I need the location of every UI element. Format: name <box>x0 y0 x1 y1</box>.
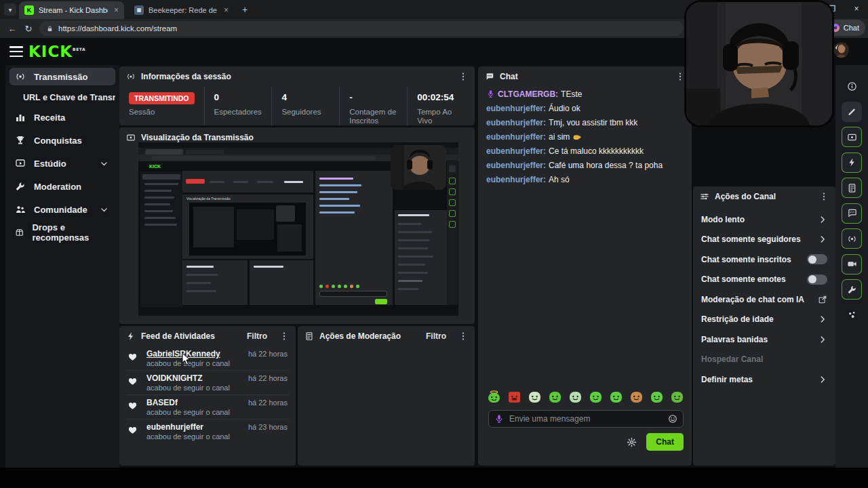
chat-message: eubenhurjeffer:Ah só <box>486 172 684 186</box>
new-tab-button[interactable]: + <box>239 3 251 16</box>
tab-close-icon[interactable]: × <box>224 5 229 15</box>
channel-action-restri-o-de-idade[interactable]: Restrição de idade <box>693 310 835 330</box>
chat-username[interactable]: eubenhurjeffer: <box>486 146 546 156</box>
monkey-emote[interactable] <box>630 390 643 403</box>
menu-icon[interactable] <box>9 46 23 57</box>
activity-action: acabou de seguir o canal <box>146 432 230 441</box>
address-bar[interactable]: https://dashboard.kick.com/stream <box>39 21 684 36</box>
session-stat: 4Seguidores <box>271 87 339 125</box>
kick-logo[interactable]: KICKBETA <box>28 43 85 60</box>
browser-tab[interactable]: ▣Beekeeper: Rede de Vingança (Du× <box>129 1 234 19</box>
rail-info-button[interactable] <box>842 76 862 96</box>
refresh-button[interactable]: ↻ <box>22 22 35 35</box>
moderation-filter-button[interactable]: Filtro <box>426 331 446 341</box>
sidebar-item-moderation[interactable]: Moderation <box>9 178 115 195</box>
chat-send-button[interactable]: Chat <box>646 433 684 451</box>
close-window-button[interactable]: × <box>849 3 864 15</box>
doc-icon <box>847 183 857 193</box>
channel-action-chat-somente-seguidores[interactable]: Chat somente seguidores <box>693 230 835 250</box>
rail-wrench-button[interactable] <box>842 279 862 300</box>
activity-username[interactable]: eubenhurjeffer <box>146 422 203 432</box>
sliders-icon <box>700 192 709 201</box>
channel-action-palavras-banidas[interactable]: Palavras banidas <box>693 329 835 350</box>
sidebar-item-label: Conquistas <box>34 136 82 146</box>
screen: ▾ KStream - Kick Dashboard×▣Beekeeper: R… <box>0 0 868 488</box>
laugh-blob-emote[interactable] <box>650 390 663 403</box>
chat-username[interactable]: eubenhurjeffer: <box>486 161 546 170</box>
rail-broadcast-button[interactable] <box>842 228 862 249</box>
activity-item[interactable]: GabrielSRKennedyacabou de seguir o canal… <box>126 346 289 371</box>
mic-badge-icon <box>486 89 495 98</box>
moderation-panel-title: Ações de Moderação <box>319 331 401 341</box>
channel-actions-title: Ações do Canal <box>715 192 776 201</box>
stat-label: Contagem de Inscritos <box>349 108 397 125</box>
channel-action-modera-o-de-chat-com-ia[interactable]: Moderação de chat com IA <box>693 289 835 310</box>
activity-item[interactable]: eubenhurjefferacabou de seguir o canalhá… <box>126 420 289 444</box>
activity-item[interactable]: BASEDfacabou de seguir o canalhá 22 hora… <box>126 395 289 420</box>
channel-action-chat-somente-inscritos[interactable]: Chat somente inscritos <box>693 249 835 270</box>
activity-item[interactable]: VOIDKNIGHTZacabou de seguir o canalhá 22… <box>126 371 289 395</box>
rail-camera-button[interactable] <box>842 254 862 274</box>
chat-message-input[interactable] <box>509 414 663 424</box>
sick-blob-emote[interactable] <box>671 390 684 403</box>
rail-people-dots-button[interactable] <box>842 305 862 325</box>
calm-blob-emote[interactable] <box>549 390 561 403</box>
stat-value: 00:02:54 <box>417 92 454 102</box>
doc-icon <box>304 331 314 341</box>
bolt-icon <box>847 157 857 167</box>
channel-action-definir-metas[interactable]: Definir metas <box>693 369 835 390</box>
activity-kebab-menu[interactable] <box>279 331 289 341</box>
tab-search-button[interactable]: ▾ <box>4 3 16 16</box>
channel-action-chat-somente-emotes[interactable]: Chat somente emotes <box>693 270 835 290</box>
smile-blob-emote[interactable] <box>610 390 623 403</box>
activity-action: acabou de seguir o canal <box>146 408 230 416</box>
tab-close-icon[interactable]: × <box>114 5 119 15</box>
chat-username[interactable]: eubenhurjeffer: <box>486 132 546 142</box>
rail-doc-button[interactable] <box>842 178 862 198</box>
sidebar-item-label: Receita <box>34 113 65 123</box>
tongue-pale-emote[interactable] <box>569 390 582 403</box>
halo-blob-emote[interactable] <box>488 390 500 403</box>
zombie-pale-emote[interactable] <box>528 390 541 403</box>
chat-username[interactable]: eubenhurjeffer: <box>486 175 546 184</box>
chat-text: ai sim <box>549 132 570 142</box>
activity-filter-button[interactable]: Filtro <box>247 331 267 341</box>
emoji-picker-icon[interactable] <box>668 414 677 424</box>
sidebar-item-comunidade[interactable]: Comunidade <box>9 201 115 218</box>
user-avatar[interactable] <box>833 42 849 58</box>
activity-username[interactable]: VOIDKNIGHTZ <box>146 373 203 383</box>
chevR-icon <box>818 375 827 384</box>
moderation-kebab-menu[interactable] <box>458 331 468 341</box>
back-button[interactable]: ← <box>5 22 19 35</box>
rail-screen-button[interactable] <box>842 127 862 147</box>
browser-tab[interactable]: KStream - Kick Dashboard× <box>19 1 124 19</box>
chat-username[interactable]: eubenhurjeffer: <box>486 118 546 127</box>
chat-username[interactable]: CLTGAMERGB: <box>498 89 558 99</box>
toggle-switch[interactable] <box>807 254 827 264</box>
chat-kebab-menu[interactable] <box>675 72 685 81</box>
rail-pencil-button[interactable] <box>842 102 862 122</box>
sidebar-item-est-dio[interactable]: Estúdio <box>9 155 115 172</box>
mic-icon[interactable] <box>494 414 504 424</box>
sidebar-item-conquistas[interactable]: Conquistas <box>9 131 115 149</box>
sidebar-item-drops-e-recompensas[interactable]: Drops e recompensas <box>9 224 115 241</box>
session-stat: -Contagem de Inscritos <box>339 87 407 125</box>
session-kebab-menu[interactable] <box>458 72 468 81</box>
happy-blob-emote[interactable] <box>589 390 602 403</box>
activity-username[interactable]: BASEDf <box>146 398 178 407</box>
rail-bubble-button[interactable] <box>842 203 862 224</box>
chat-username[interactable]: eubenhurjeffer: <box>486 104 546 113</box>
site-favicon: ▣ <box>134 5 144 15</box>
chat-settings-gear-icon[interactable] <box>627 437 637 447</box>
channel-action-modo-lento[interactable]: Modo lento <box>693 209 835 230</box>
activity-panel-title: Feed de Atividades <box>141 331 215 341</box>
channel-actions-kebab-menu[interactable] <box>819 192 829 201</box>
rail-bolt-button[interactable] <box>842 152 862 173</box>
sidebar-item-transmiss-o[interactable]: Transmissão <box>9 68 115 85</box>
sidebar-item-receita[interactable]: Receita <box>9 108 115 126</box>
rage-block-emote[interactable] <box>508 390 521 403</box>
channel-action-label: Chat somente emotes <box>701 274 786 284</box>
sidebar-item-url-e-chave-de-transmiss-o[interactable]: URL e Chave de Transmissão <box>9 91 115 104</box>
bolt-icon <box>126 331 136 341</box>
toggle-switch[interactable] <box>807 274 827 285</box>
